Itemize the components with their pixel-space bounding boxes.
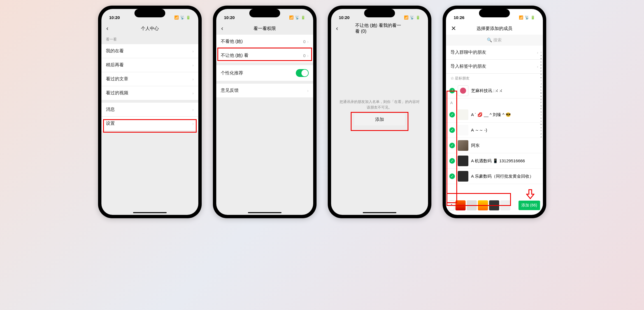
avatar	[458, 125, 468, 135]
notch	[134, 9, 165, 17]
home-indicator[interactable]	[248, 212, 282, 213]
home-indicator[interactable]	[133, 212, 167, 213]
mini-avatar[interactable]	[478, 200, 488, 210]
status-icons: 📶 📡 🔋	[519, 15, 535, 20]
contact-item[interactable]: ✓ A 机遇数码 📱 13129516666	[446, 153, 543, 169]
battery-icon: 🔋	[531, 15, 535, 20]
mini-avatar[interactable]	[455, 200, 466, 210]
nav-bar: ✕ 选择要添加的成员	[446, 22, 543, 35]
cell-group-rec: 个性化推荐	[216, 65, 313, 81]
nav-title: 看一看权限	[254, 26, 276, 32]
check-icon[interactable]: ✓	[449, 173, 455, 179]
notch	[479, 9, 510, 17]
avatar	[458, 140, 468, 151]
check-icon[interactable]: ✓	[449, 88, 455, 93]
section-star: ☆ 星标朋友	[446, 74, 543, 83]
cell-later[interactable]: 稍后再看 ›	[101, 58, 198, 72]
cell-hide-from-them[interactable]: 不让他 (她) 看 0 ›	[216, 49, 313, 62]
section-a: A	[446, 98, 543, 107]
check-icon[interactable]: ✓	[449, 143, 455, 148]
chevron-right-icon: ›	[537, 64, 538, 69]
chevron-right-icon: ›	[192, 63, 194, 67]
check-icon[interactable]: ✓	[449, 158, 455, 164]
wifi-icon: 📡	[525, 15, 529, 20]
back-button[interactable]: ‹	[220, 23, 225, 34]
cell-group-feedback: 意见反馈 ›	[216, 84, 313, 97]
contact-item[interactable]: ✓ 芝麻科技讯 :ㄨㄨ	[446, 83, 543, 98]
mini-avatar[interactable]	[489, 200, 499, 210]
nav-bar: ‹ 看一看权限	[216, 22, 313, 35]
nav-title: 不让他 (她) 看我的看一看 (0)	[355, 23, 404, 34]
collapse-button[interactable]: ⌃	[449, 200, 454, 210]
chevron-right-icon: ›	[192, 77, 194, 81]
red-arrow-icon	[526, 189, 534, 199]
status-time: 10:20	[109, 15, 120, 20]
cell-feedback[interactable]: 意见反馈 ›	[216, 84, 313, 97]
phone-frame-3: 10:20 📶 📡 🔋 ‹ 不让他 (她) 看我的看一看 (0) 把通讯录的朋友…	[328, 6, 431, 218]
status-icons: 📶 📡 🔋	[404, 15, 420, 20]
mini-avatar[interactable]	[467, 200, 477, 210]
section-header: 看一看	[101, 35, 198, 44]
screen-4: 10:26 📶 📡 🔋 ✕ 选择要添加的成员 🔍 搜索 导入群聊中的朋友 › 导…	[446, 9, 543, 215]
phone-frame-1: 10:20 📶 📡 🔋 ‹ 个人中心 看一看 我的在看 › 稍后再看 › 看过的…	[98, 6, 202, 218]
back-button[interactable]: ‹	[105, 23, 110, 34]
status-time: 10:20	[339, 15, 350, 20]
battery-icon: 🔋	[301, 15, 305, 20]
check-icon[interactable]: ✓	[449, 127, 455, 133]
status-icons: 📶 📡 🔋	[174, 15, 190, 20]
check-icon[interactable]: ✓	[449, 112, 455, 118]
add-button[interactable]: 添加	[354, 114, 405, 125]
avatar	[458, 156, 468, 166]
mini-avatar[interactable]	[500, 200, 510, 210]
cell-not-see-them[interactable]: 不看他 (她) 0 ›	[216, 35, 313, 49]
screen-3: 10:20 📶 📡 🔋 ‹ 不让他 (她) 看我的看一看 (0) 把通讯录的朋友…	[331, 9, 428, 215]
search-input[interactable]: 🔍 搜索	[446, 35, 543, 46]
avatar	[458, 171, 468, 182]
status-icons: 📶 📡 🔋	[289, 15, 305, 20]
phone-frame-2: 10:20 📶 📡 🔋 ‹ 看一看权限 不看他 (她) 0 › 不让他 (她) …	[213, 6, 317, 218]
index-bar[interactable]: ☆ABCDEFGHIJKLMNOPQRSTUVWXYZ#	[540, 51, 542, 138]
back-button[interactable]: ‹	[334, 23, 340, 34]
contact-item[interactable]: ✓ A 乐豪数码（同行批发黄金回收）	[446, 169, 543, 184]
notch	[249, 9, 280, 17]
chevron-right-icon: ›	[192, 121, 194, 126]
screen-1: 10:20 📶 📡 🔋 ‹ 个人中心 看一看 我的在看 › 稍后再看 › 看过的…	[101, 9, 198, 215]
cell-read-articles[interactable]: 看过的文章 ›	[101, 72, 198, 86]
bottom-selected-bar: ⌃ 添加 (66)	[446, 198, 543, 213]
chevron-right-icon: ›	[537, 50, 538, 55]
cell-messages[interactable]: 消息 ›	[101, 103, 198, 117]
cell-settings[interactable]: 设置 ›	[101, 117, 198, 130]
cell-group-privacy: 不看他 (她) 0 › 不让他 (她) 看 0 ›	[216, 35, 313, 62]
battery-icon: 🔋	[416, 15, 420, 20]
chevron-right-icon: ›	[307, 53, 309, 58]
wifi-icon: 📡	[180, 15, 185, 20]
switch-toggle[interactable]	[296, 69, 309, 77]
chevron-right-icon: ›	[307, 39, 309, 44]
signal-icon: 📶	[519, 15, 523, 20]
nav-title: 个人中心	[141, 26, 159, 32]
cell-my-reads[interactable]: 我的在看 ›	[101, 44, 198, 58]
status-time: 10:26	[454, 15, 464, 20]
contact-item[interactable]: ✓ A ～～ -)	[446, 123, 543, 138]
cell-import-tag[interactable]: 导入标签中的朋友 ›	[446, 60, 543, 74]
battery-icon: 🔋	[186, 15, 190, 20]
cell-group-1: 我的在看 › 稍后再看 › 看过的文章 › 看过的视频 ›	[101, 44, 198, 100]
contact-item[interactable]: ✓ A ` 💋 __ ^ 刘臻 ^ 😎	[446, 107, 543, 123]
confirm-add-button[interactable]: 添加 (66)	[519, 201, 540, 210]
close-button[interactable]: ✕	[449, 23, 458, 34]
nav-title: 选择要添加的成员	[476, 26, 512, 32]
cell-personalized-rec[interactable]: 个性化推荐	[216, 65, 313, 81]
home-indicator[interactable]	[363, 212, 396, 213]
nav-bar: ‹ 个人中心	[101, 22, 198, 35]
contact-item[interactable]: ✓ 阿东	[446, 138, 543, 153]
avatar	[458, 109, 468, 120]
chevron-right-icon: ›	[307, 88, 309, 93]
cell-import-group[interactable]: 导入群聊中的朋友 ›	[446, 46, 543, 60]
cell-watched-videos[interactable]: 看过的视频 ›	[101, 86, 198, 100]
chevron-right-icon: ›	[192, 91, 194, 95]
wifi-icon: 📡	[295, 15, 299, 20]
signal-icon: 📶	[174, 15, 179, 20]
signal-icon: 📶	[404, 15, 408, 20]
search-icon: 🔍	[487, 37, 492, 42]
notch	[364, 9, 395, 17]
